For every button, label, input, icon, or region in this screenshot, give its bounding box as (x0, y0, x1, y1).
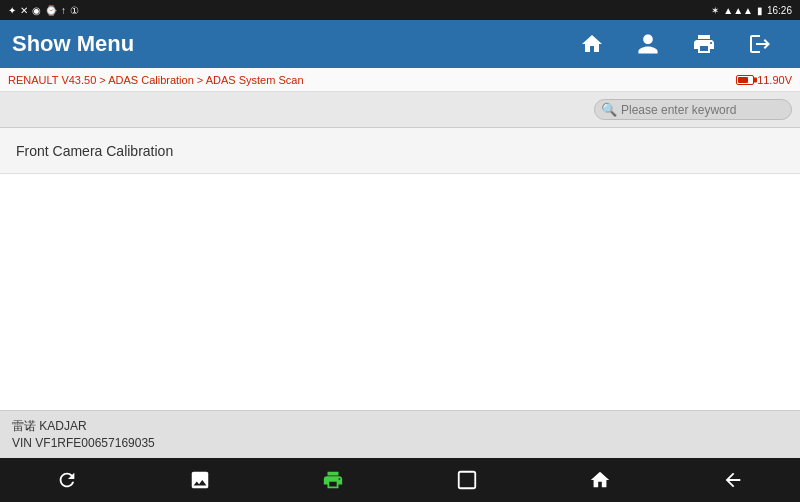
battery-icon (736, 75, 754, 85)
breadcrumb: RENAULT V43.50 > ADAS Calibration > ADAS… (8, 74, 304, 86)
app-container: ✦ ✕ ◉ ⌚ ↑ ① ✶ ▲▲▲ ▮ 16:26 Show Menu (0, 0, 800, 502)
empty-area (0, 269, 800, 410)
menu-item-label: Front Camera Calibration (16, 143, 173, 159)
svg-rect-0 (458, 472, 475, 489)
wifi-signal-icon: ▲▲▲ (723, 5, 753, 16)
home-button[interactable] (564, 20, 620, 68)
exit-button[interactable] (732, 20, 788, 68)
back-button[interactable] (667, 458, 800, 502)
image-button[interactable] (133, 458, 266, 502)
status-icons-left: ✦ ✕ ◉ ⌚ ↑ ① (8, 5, 79, 16)
print-nav-button[interactable] (267, 458, 400, 502)
search-icon: 🔍 (601, 102, 617, 117)
icon-bluetooth: ✦ (8, 5, 16, 16)
refresh-button[interactable] (0, 458, 133, 502)
icon-number: ① (70, 5, 79, 16)
bluetooth-icon: ✶ (711, 5, 719, 16)
breadcrumb-bar: RENAULT V43.50 > ADAS Calibration > ADAS… (0, 68, 800, 92)
list-item[interactable]: Front Camera Calibration (0, 128, 800, 174)
user-button[interactable] (620, 20, 676, 68)
vehicle-name: 雷诺 KADJAR (12, 418, 788, 435)
header-bar: Show Menu (0, 20, 800, 68)
header-actions (564, 20, 788, 68)
icon-circle: ◉ (32, 5, 41, 16)
icon-headset: ⌚ (45, 5, 57, 16)
search-box[interactable]: 🔍 (594, 99, 792, 120)
status-bar: ✦ ✕ ◉ ⌚ ↑ ① ✶ ▲▲▲ ▮ 16:26 (0, 0, 800, 20)
square-button[interactable] (400, 458, 533, 502)
icon-x: ✕ (20, 5, 28, 16)
page-title: Show Menu (12, 31, 134, 57)
vin-number: VIN VF1RFE00657169035 (12, 435, 788, 452)
battery-icon-status: ▮ (757, 5, 763, 16)
footer-info: 雷诺 KADJAR VIN VF1RFE00657169035 (0, 410, 800, 458)
bottom-nav (0, 458, 800, 502)
content-area: Front Camera Calibration (0, 128, 800, 269)
search-bar: 🔍 (0, 92, 800, 128)
main-content: 🔍 Front Camera Calibration 雷诺 KADJAR VIN… (0, 92, 800, 502)
search-input[interactable] (621, 103, 781, 117)
voltage-display: 11.90V (757, 74, 792, 86)
time-display: 16:26 (767, 5, 792, 16)
icon-alert: ↑ (61, 5, 66, 16)
battery-status: 11.90V (736, 74, 792, 86)
status-icons-right: ✶ ▲▲▲ ▮ 16:26 (711, 5, 792, 16)
print-button[interactable] (676, 20, 732, 68)
home-nav-button[interactable] (533, 458, 666, 502)
